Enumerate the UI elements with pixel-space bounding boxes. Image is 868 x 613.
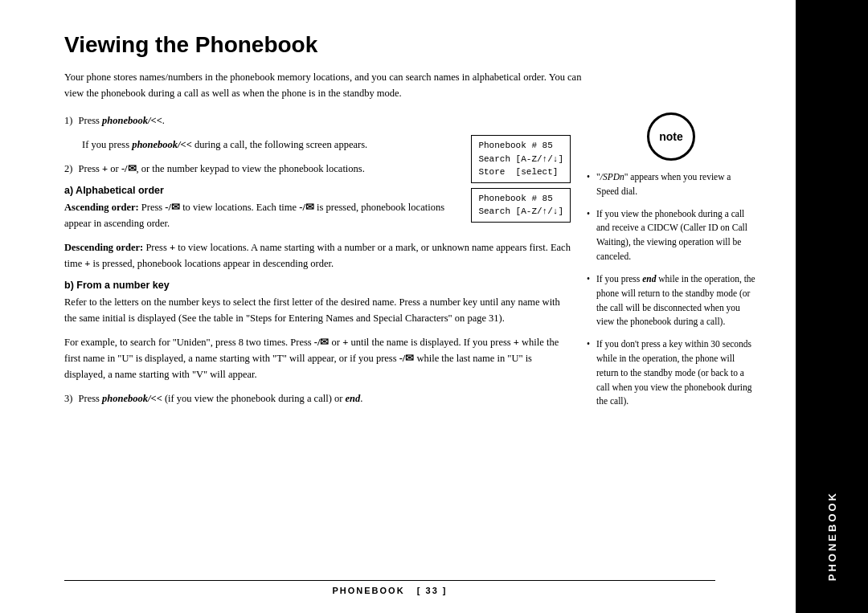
note-bullet-3: If you press end while in the operation,…	[587, 272, 755, 329]
footer-text: PHONEBOOK [ 33 ]	[333, 586, 448, 595]
step-3: 3) Press phonebook/<< (if you view the p…	[64, 390, 571, 407]
main-body: 1) Press phonebook/<<. Phonebook # 85Sea…	[64, 112, 571, 417]
footer-page: [ 33 ]	[417, 586, 448, 595]
step-2-num: 2)	[64, 163, 72, 174]
screen-box-2: Phonebook # 85Search [A-Z/↑/↓]	[471, 188, 571, 223]
subsection-b-para2: For example, to search for "Uniden", pre…	[64, 334, 571, 382]
step-1-subtext: Phonebook # 85Search [A-Z/↑/↓]Store [sel…	[82, 137, 571, 153]
footer: PHONEBOOK [ 33 ]	[64, 580, 715, 595]
note-bullets: "/SPDn" appears when you review a Speed …	[587, 170, 755, 409]
subsection-a-descending: Descending order: Press + to view locati…	[64, 239, 571, 272]
main-section: 1) Press phonebook/<<. Phonebook # 85Sea…	[64, 112, 755, 417]
step-3-num: 3)	[64, 393, 72, 404]
screens-wrap: Phonebook # 85Search [A-Z/↑/↓]Store [sel…	[471, 135, 571, 227]
step-1-end: .	[162, 115, 165, 126]
step-1-sub-after: during a call, the following screen appe…	[192, 139, 367, 150]
note-label: note	[659, 130, 683, 143]
descending-label: Descending order:	[64, 242, 143, 253]
step-1-num: 1)	[64, 115, 72, 126]
footer-label: PHONEBOOK	[333, 586, 405, 595]
step-1-label: Press	[79, 115, 103, 126]
step-1-sub-key: phonebook/<<	[132, 139, 192, 150]
step-1-sub-before: If you press	[82, 139, 132, 150]
subsection-b-para1: Refer to the letters on the number keys …	[64, 294, 571, 326]
subsection-b-heading: b) From a number key	[64, 280, 571, 291]
note-bullet-2: If you view the phonebook during a call …	[587, 207, 755, 264]
sidebar-text: PHONEBOOK	[826, 491, 838, 581]
note-circle: note	[647, 112, 695, 161]
note-bullet-1: "/SPDn" appears when you review a Speed …	[587, 170, 755, 199]
note-icon: note	[587, 112, 755, 161]
step-2-text: Press + or -/✉, or the number keypad to …	[79, 163, 365, 174]
page-title: Viewing the Phonebook	[64, 32, 755, 58]
screen-box-1: Phonebook # 85Search [A-Z/↑/↓]Store [sel…	[471, 135, 571, 183]
note-bullet-4: If you don't press a key within 30 secon…	[587, 337, 755, 409]
right-sidebar: PHONEBOOK	[796, 0, 868, 613]
page-content: Viewing the Phonebook Your phone stores …	[0, 0, 796, 613]
note-column: note "/SPDn" appears when you review a S…	[587, 112, 755, 417]
step-3-text: Press phonebook/<< (if you view the phon…	[79, 393, 363, 404]
intro-text: Your phone stores names/numbers in the p…	[64, 69, 587, 101]
step-1-key: phonebook/<<	[102, 115, 162, 126]
ascending-label: Ascending order:	[64, 202, 139, 213]
step-1: 1) Press phonebook/<<.	[64, 112, 571, 129]
